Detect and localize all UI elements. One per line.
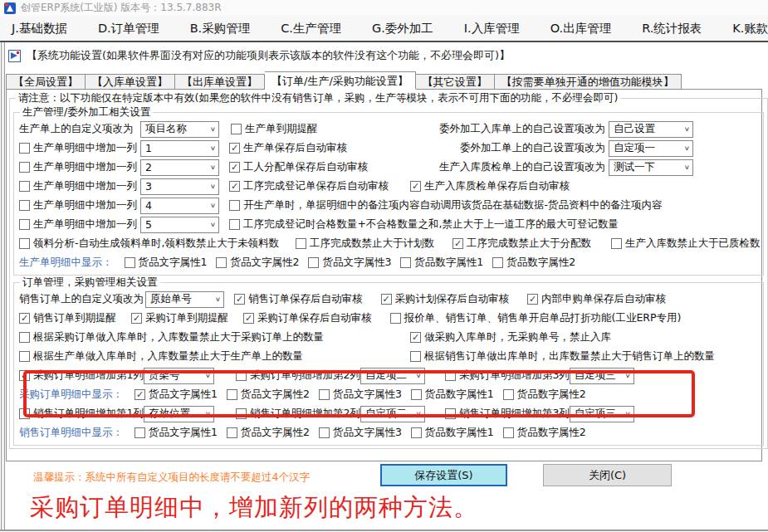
tab-global-settings[interactable]: 【全局设置】 [6, 74, 86, 90]
select-production-custom-field[interactable]: 项目名称∨ [140, 121, 219, 138]
checkbox-so-text-attr-3[interactable]: 货品文字属性3 [319, 426, 402, 440]
row-purchase-inbound-limit: 根据采购订单做入库单时，入库数量禁止大于采购订单上的数量 ✓做采购入库单时，无采… [17, 328, 760, 347]
checkbox-production-addcol-1[interactable]: 生产单明细中增加一列 [19, 141, 137, 155]
row-production-addcol-2: 生产单明细中增加一列 2∨ ✓工人分配单保存后自动审核 生产入库质检单上的自己设… [17, 158, 760, 177]
save-settings-button[interactable]: 保存设置(S) [380, 464, 507, 486]
checkbox-sales-order-audit[interactable]: ✓销售订单保存后自动审核 [234, 292, 363, 306]
checkbox-purchase-addcol-2[interactable]: 采购订单明细增加第2列 [236, 368, 360, 383]
checkbox-pick-limit[interactable]: 领料分析-自动生成领料单时,领料数禁止大于未领料数 [19, 237, 279, 251]
order-purchase-groupbox: 订单管理，采购管理相关设置 销售订单上的自定义项改为 原始单号∨ ✓销售订单保存… [13, 276, 764, 446]
menu-accounts-mgmt[interactable]: K.账款管理 [732, 21, 768, 37]
app-logo-icon [4, 2, 16, 14]
tab-inbound-settings[interactable]: 【入库单设置】 [86, 74, 175, 90]
checkbox-purchase-plan-audit[interactable]: ✓采购计划保存后自动审核 [381, 292, 510, 306]
select-purchase-addcol-2[interactable]: 自定项二∨ [360, 368, 425, 384]
menu-base-data[interactable]: J.基础数据 [12, 21, 67, 37]
checkbox-po-num-attr-1[interactable]: 货品数字属性1 [411, 388, 494, 402]
checkbox-prod-text-attr-3[interactable]: 货品文字属性3 [308, 256, 391, 270]
checkbox-process-gt-plan[interactable]: 工序完成数禁止大于计划数 [296, 237, 434, 251]
checkbox-sales-addcol-3[interactable]: 销售订单明细增加第3列 [445, 407, 570, 421]
close-button[interactable]: 关闭(C) [543, 464, 672, 486]
select-production-addcol-3[interactable]: 3∨ [140, 178, 219, 195]
os-title-bar: 创管ERP系统(工业版) 版本号：13.5.7.883R [0, 0, 768, 16]
menu-reports[interactable]: R.统计报表 [642, 21, 702, 37]
checkbox-production-addcol-2[interactable]: 生产单明细中增加一列 [19, 160, 137, 174]
menu-outsourcing[interactable]: G.委外加工 [372, 21, 433, 37]
select-sales-custom-field[interactable]: 原始单号∨ [145, 291, 224, 308]
checkbox-po-text-attr-3[interactable]: 货品文字属性3 [319, 388, 402, 402]
checkbox-worker-assign-audit[interactable]: ✓工人分配单保存后自动审核 [229, 160, 368, 174]
tab-order-production-purchase[interactable]: 【订单/生产/采购功能设置】 [265, 71, 416, 90]
checkbox-item-discount[interactable]: 报价单、销售订单、销售单开启单品打折功能(工业ERP专用) [390, 311, 682, 325]
row-purchase-detail-show: 采购订单明细中显示： ✓货品文字属性1 货品文字属性2 货品文字属性3 货品数字… [17, 385, 760, 404]
menu-inbound-mgmt[interactable]: I.入库管理 [464, 21, 520, 37]
select-production-addcol-5[interactable]: 5∨ [140, 217, 219, 233]
checkbox-sales-addcol-1[interactable]: 销售订单明细增加第1列 [19, 407, 144, 421]
checkbox-prod-num-attr-1[interactable]: 货品数字属性1 [400, 256, 483, 270]
row-production-inbound-limit: 根据生产单做入库单时，入库数量禁止大于生产单上的数量 根据销售订单做出库单时，出… [17, 347, 760, 366]
checkbox-prod-text-attr-2[interactable]: 货品文字属性2 [216, 256, 299, 270]
checkbox-inbound-gt-qc[interactable]: 生产入库数禁止大于已质检数 [611, 237, 761, 251]
select-qc-inbound-custom[interactable]: 测试一下∨ [609, 159, 693, 176]
select-sales-addcol-1[interactable]: 存放位置∨ [144, 406, 214, 422]
select-sales-addcol-3[interactable]: 自定项三∨ [570, 406, 634, 422]
row-production-addcol-3: 生产单明细中增加一列 3∨ ✓工序完成登记单保存后自动审核 ✓生产入库质检单保存… [17, 177, 760, 196]
dialog-title-bar: 【系统功能设置(如果软件界面没有对应的功能项则表示该版本的软件没有这个功能，不必… [8, 48, 510, 63]
checkbox-production-due-remind[interactable]: 生产单到期提醒 [231, 122, 318, 136]
select-production-addcol-1[interactable]: 1∨ [140, 140, 219, 157]
menu-order-mgmt[interactable]: D.订单管理 [98, 21, 159, 37]
checkbox-production-addcol-3[interactable]: 生产单明细中增加一列 [19, 179, 137, 193]
select-outsourcing-custom[interactable]: 自定项一∨ [609, 140, 693, 157]
select-production-addcol-4[interactable]: 4∨ [140, 198, 219, 214]
checkbox-po-inbound-limit[interactable]: 根据采购订单做入库单时，入库数量禁止大于采购订单上的数量 [19, 330, 324, 344]
menu-outbound-mgmt[interactable]: O.出库管理 [550, 21, 611, 37]
checkbox-purchase-order-audit[interactable]: ✓采购订单保存后自动审核 [243, 311, 372, 325]
checkbox-sales-addcol-2[interactable]: 销售订单明细增加第2列 [236, 407, 360, 421]
select-sales-addcol-2[interactable]: 自定项二∨ [360, 406, 425, 422]
checkbox-mo-inbound-limit[interactable]: 根据生产单做入库单时，入库数量禁止大于生产单上的数量 [19, 349, 303, 364]
checkbox-process-sum-limit[interactable]: 工序完成登记时合格数量+不合格数量之和,禁止大于上一道工序的最大可登记数量 [229, 217, 619, 232]
checkbox-so-text-attr-2[interactable]: 货品文字属性2 [227, 426, 310, 440]
checkbox-no-po-block-inbound[interactable]: ✓做采购入库单时，无采购单号，禁止入库 [410, 330, 611, 344]
tab-addon-modules[interactable]: 【按需要单独开通的增值功能模块】 [495, 74, 682, 90]
checkbox-so-num-attr-1[interactable]: 货品数字属性1 [411, 426, 494, 440]
checkbox-so-text-attr-1[interactable]: 货品文字属性1 [135, 426, 218, 440]
select-purchase-addcol-3[interactable]: 自定项三∨ [570, 368, 634, 384]
row-production-addcol-1: 生产单明细中增加一列 1∨ ✓生产单保存后自动审核 委外加工单上的自己设置项改为… [17, 139, 760, 158]
checkbox-internal-request-audit[interactable]: ✓内部申购单保存后自动审核 [527, 292, 666, 306]
row-purchase-addcols: ✓采购订单明细增加第1列 货架号∨ 采购订单明细增加第2列 自定项二∨ 采购订单… [17, 366, 760, 385]
checkbox-process-gt-assign[interactable]: ✓工序完成数禁止大于分配数 [452, 237, 591, 251]
checkbox-sales-due-remind[interactable]: ✓销售订单到期提醒 [19, 311, 116, 325]
checkbox-so-num-attr-2[interactable]: 货品数字属性2 [503, 426, 586, 440]
erp-settings-screen: 创管ERP系统(工业版) 版本号：13.5.7.883R J.基础数据 D.订单… [0, 0, 768, 532]
menu-production-mgmt[interactable]: C.生产管理 [281, 21, 341, 37]
select-purchase-addcol-1[interactable]: 货架号∨ [144, 368, 214, 384]
row-production-detail-show: 生产单明细中显示： 货品文字属性1 货品文字属性2 货品文字属性3 货品数字属性… [17, 253, 760, 272]
checkbox-qc-inbound-audit[interactable]: ✓生产入库质检单保存后自动审核 [410, 179, 570, 193]
checkbox-production-addcol-4[interactable]: 生产单明细中增加一列 [19, 198, 137, 212]
checkbox-purchase-addcol-1[interactable]: ✓采购订单明细增加第1列 [19, 368, 144, 383]
qc-inbound-custom-label: 生产入库质检单上的自己设置项改为 [439, 160, 605, 174]
menu-purchase-mgmt[interactable]: B.采购管理 [190, 21, 251, 37]
tab-outbound-settings[interactable]: 【出库单设置】 [175, 74, 265, 90]
checkbox-prod-num-attr-2[interactable]: 货品数字属性2 [492, 256, 575, 270]
checkbox-production-auto-audit[interactable]: ✓生产单保存后自动审核 [229, 141, 347, 155]
annotation-caption: 采购订单明细中，增加新列的两种方法。 [30, 491, 478, 525]
checkbox-purchase-addcol-3[interactable]: 采购订单明细增加第3列 [445, 368, 570, 383]
checkbox-so-outbound-limit[interactable]: 根据销售订单做出库单时，出库数量禁止大于销售订单上的数量 [410, 349, 715, 364]
checkbox-prod-text-attr-1[interactable]: 货品文字属性1 [125, 256, 208, 270]
row-sales-custom-field: 销售订单上的自定义项改为 原始单号∨ ✓销售订单保存后自动审核 ✓采购计划保存后… [17, 290, 760, 309]
outsourcing-inbound-custom-label: 委外加工入库单上的自己设置项改为 [439, 122, 605, 136]
tab-other-settings[interactable]: 【其它设置】 [416, 74, 495, 90]
checkbox-process-register-audit[interactable]: ✓工序完成登记单保存后自动审核 [229, 179, 389, 193]
select-production-addcol-2[interactable]: 2∨ [140, 159, 219, 176]
checkbox-po-num-attr-2[interactable]: 货品数字属性2 [503, 388, 586, 402]
dialog-icon [8, 50, 21, 62]
checkbox-production-addcol-5[interactable]: 生产单明细中增加一列 [19, 217, 137, 232]
checkbox-purchase-due-remind[interactable]: ✓采购订单到期提醒 [131, 311, 228, 325]
production-detail-show-label: 生产单明细中显示： [19, 256, 113, 270]
select-outsourcing-inbound-custom[interactable]: 自己设置∨ [609, 121, 693, 138]
checkbox-po-text-attr-1[interactable]: ✓货品文字属性1 [135, 388, 218, 402]
checkbox-note-auto-fill[interactable]: 开生产单时，单据明细中的备注项内容自动调用该货品在基础数据-货品资料中的备注项内… [229, 198, 663, 212]
checkbox-po-text-attr-2[interactable]: 货品文字属性2 [227, 388, 310, 402]
